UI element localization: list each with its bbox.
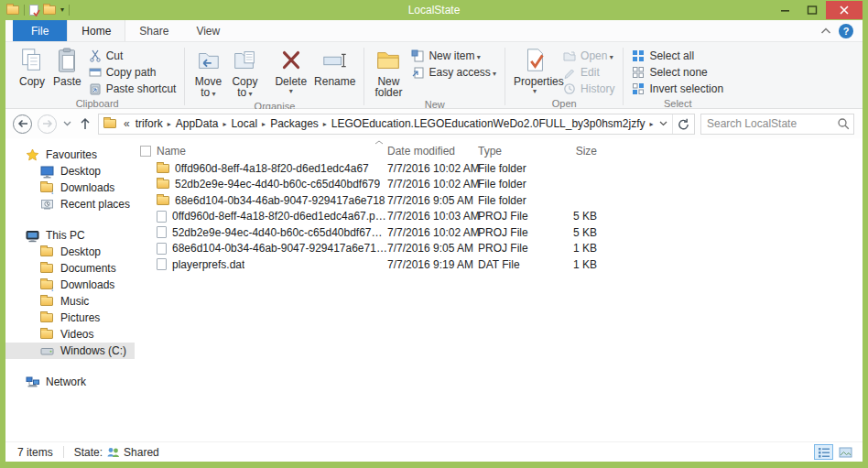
tab-share[interactable]: Share <box>125 20 182 41</box>
rename-button[interactable]: Rename <box>310 45 359 87</box>
sidebar-item-favourites[interactable]: Favourites <box>5 147 135 163</box>
view-toggles <box>814 444 855 460</box>
open-icon <box>563 49 576 62</box>
cut-button[interactable]: Cut <box>85 48 180 64</box>
group-label-open: Open <box>510 97 618 110</box>
sidebar-item-recent-places[interactable]: Recent places <box>5 196 135 212</box>
table-row[interactable]: playerprefs.dat 7/7/2016 9:19 AM DAT Fil… <box>135 256 863 273</box>
breadcrumb-item[interactable]: AppData <box>172 117 222 130</box>
tab-view[interactable]: View <box>182 20 233 41</box>
ribbon-divider <box>623 48 624 105</box>
search-icon[interactable] <box>837 117 850 130</box>
title-bar[interactable]: ▾ LocalState <box>0 0 868 20</box>
thumbnail-view-button[interactable] <box>836 444 855 460</box>
sidebar-item-documents[interactable]: Documents <box>5 260 135 277</box>
breadcrumb-item[interactable]: trifork <box>132 117 167 130</box>
copy-path-button[interactable]: Copy path <box>85 64 180 81</box>
invert-selection-icon <box>632 82 645 95</box>
delete-button[interactable]: Delete ▾ <box>271 45 310 95</box>
column-header-date-modified[interactable]: Date modified <box>387 145 478 158</box>
minimize-button[interactable] <box>773 2 797 18</box>
recent-locations-dropdown[interactable] <box>62 121 72 126</box>
tab-home[interactable]: Home <box>67 20 125 41</box>
forward-button[interactable] <box>38 114 57 134</box>
table-row[interactable]: 0ffd960d-8eff-4a18-8f20-d6ed1edc4a67.pro… <box>135 209 863 225</box>
paste-shortcut-button[interactable]: Paste shortcut <box>85 81 180 97</box>
refresh-button[interactable] <box>672 114 694 134</box>
file-type: PROJ File <box>478 226 551 239</box>
up-button[interactable] <box>78 117 92 130</box>
file-name: 52db2e9e-94ec-4d40-b60c-c65d40bdf679.pro… <box>172 226 387 239</box>
history-button[interactable]: History <box>559 81 618 97</box>
qat-customize-dropdown-icon[interactable]: ▾ <box>60 5 64 15</box>
edit-button[interactable]: Edit <box>559 64 618 81</box>
sidebar-item-downloads[interactable]: ↓ Downloads <box>5 277 135 293</box>
file-size: 1 KB <box>551 242 608 255</box>
copy-button[interactable]: Copy <box>15 45 49 87</box>
explorer-window-icon <box>6 5 19 15</box>
breadcrumb-item[interactable]: Packages <box>266 117 322 130</box>
properties-button[interactable]: Properties ▾ <box>510 45 559 95</box>
address-dropdown-button[interactable] <box>654 114 672 134</box>
breadcrumb-item[interactable]: Local <box>227 117 261 130</box>
table-row[interactable]: 68e6d104-0b34-46ab-9047-929417a6e718 7/7… <box>135 192 863 209</box>
help-icon[interactable]: ? <box>839 24 853 38</box>
open-button[interactable]: Open <box>559 48 618 64</box>
sidebar-item-fav-desktop[interactable]: Desktop <box>5 163 135 180</box>
file-type: File folder <box>478 194 551 207</box>
table-row[interactable]: 52db2e9e-94ec-4d40-b60c-c65d40bdf679.pro… <box>135 224 863 241</box>
copy-to-button[interactable]: Copy to <box>226 45 263 100</box>
search-input[interactable] <box>701 117 837 130</box>
select-none-button[interactable]: Select none <box>628 64 727 81</box>
file-date: 7/7/2016 10:02 AM <box>387 178 478 190</box>
sidebar-spacer <box>5 212 135 227</box>
table-row[interactable]: 52db2e9e-94ec-4d40-b60c-c65d40bdf679 7/7… <box>135 177 863 193</box>
sidebar-item-music[interactable]: Music <box>5 293 135 310</box>
sidebar-item-network[interactable]: Network <box>5 374 135 390</box>
address-bar[interactable]: « trifork ▸ AppData ▸ Local ▸ Packages ▸… <box>98 114 695 135</box>
shared-people-icon <box>106 446 120 459</box>
qat-properties-button[interactable] <box>29 5 38 16</box>
column-header-name[interactable]: Name <box>157 145 387 158</box>
column-headers: Name Date modified Type Size <box>135 142 863 160</box>
sidebar-item-fav-downloads[interactable]: ↓ Downloads <box>5 180 135 196</box>
invert-selection-button[interactable]: Invert selection <box>628 81 727 97</box>
breadcrumb-item[interactable]: LEGOEducation.LEGOEducationWeDo2.0FULL_b… <box>328 117 649 130</box>
tab-file[interactable]: File <box>13 20 67 41</box>
details-view-button[interactable] <box>814 444 833 460</box>
new-folder-button[interactable]: New folder <box>369 45 407 98</box>
back-button[interactable] <box>13 114 32 134</box>
collapse-ribbon-icon[interactable] <box>820 27 831 35</box>
paste-button[interactable]: Paste <box>49 45 85 87</box>
close-button[interactable] <box>826 1 863 19</box>
table-row[interactable]: 0ffd960d-8eff-4a18-8f20-d6ed1edc4a67 7/7… <box>135 160 863 177</box>
select-all-checkbox[interactable] <box>135 146 157 157</box>
select-all-button[interactable]: Select all <box>628 48 727 64</box>
copy-path-icon <box>89 66 102 79</box>
chevron-down-icon <box>63 121 71 126</box>
column-header-type[interactable]: Type <box>478 145 551 158</box>
breadcrumb-overflow[interactable]: « <box>122 117 132 130</box>
sidebar-item-pictures[interactable]: Pictures <box>5 310 135 326</box>
file-list: Name Date modified Type Size 0ffd960d-8e… <box>135 138 863 441</box>
thumbnail-view-icon <box>839 447 852 458</box>
sidebar-item-label: Desktop <box>60 245 101 258</box>
maximize-button[interactable] <box>799 2 824 18</box>
sidebar-item-this-pc[interactable]: This PC <box>5 227 135 244</box>
table-row[interactable]: 68e6d104-0b34-46ab-9047-929417a6e718.pro… <box>135 241 863 257</box>
file-name: 68e6d104-0b34-46ab-9047-929417a6e718 <box>175 194 385 207</box>
pictures-folder-icon <box>39 310 54 325</box>
move-to-button[interactable]: Move to <box>190 45 226 100</box>
address-toolbar: « trifork ▸ AppData ▸ Local ▸ Packages ▸… <box>5 109 863 138</box>
qat-new-folder-button[interactable] <box>43 5 56 15</box>
new-item-icon <box>411 49 424 62</box>
file-date: 7/7/2016 9:05 AM <box>387 242 478 255</box>
sidebar-item-label: Favourites <box>46 148 97 161</box>
copy-to-icon <box>231 47 258 74</box>
new-item-button[interactable]: New item <box>407 48 500 64</box>
sidebar-item-windows-c[interactable]: Windows (C:) <box>5 343 135 359</box>
sidebar-item-pc-desktop[interactable]: Desktop <box>5 244 135 260</box>
easy-access-button[interactable]: Easy access <box>407 64 500 81</box>
sidebar-item-videos[interactable]: Videos <box>5 326 135 343</box>
column-header-size[interactable]: Size <box>551 145 608 158</box>
